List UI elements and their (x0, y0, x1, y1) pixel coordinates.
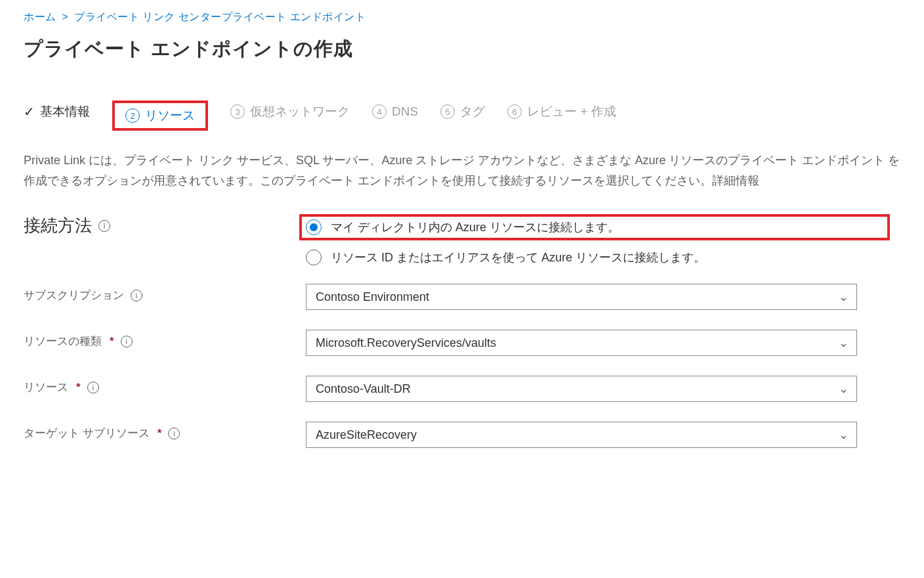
required-indicator: * (156, 427, 162, 440)
resource-label-text: リソース (24, 380, 68, 395)
tab-virtual-network-label: 仮想ネットワーク (250, 103, 350, 120)
select-target-subresource[interactable]: AzureSiteRecovery ⌄ (306, 422, 857, 448)
select-subscription-value: Contoso Environment (316, 290, 429, 304)
step-number-icon: 3 (230, 104, 245, 119)
form-area: 接続方法 i マイ ディレクトリ内の Azure リソースに接続します。 リソー… (24, 214, 890, 448)
step-number-icon: 2 (125, 108, 140, 123)
row-resource: リソース * i Contoso-Vault-DR ⌄ (24, 376, 890, 402)
subscription-label-text: サブスクリプション (24, 288, 124, 303)
info-icon[interactable]: i (98, 220, 110, 232)
radio-icon (306, 250, 322, 265)
connection-method-text: 接続方法 (24, 214, 92, 237)
check-icon: ✓ (24, 105, 35, 118)
row-connection-method: 接続方法 i マイ ディレクトリ内の Azure リソースに接続します。 リソー… (24, 214, 890, 265)
page-title: プライベート エンドポイントの作成 (24, 36, 900, 62)
step-number-icon: 4 (372, 104, 387, 119)
tab-virtual-network[interactable]: 3 仮想ネットワーク (230, 100, 350, 127)
label-subscription: サブスクリプション i (24, 284, 306, 303)
select-resource[interactable]: Contoso-Vault-DR ⌄ (306, 376, 857, 402)
target-subresource-label-text: ターゲット サブリソース (24, 426, 150, 441)
radio-group-connection: マイ ディレクトリ内の Azure リソースに接続します。 リソース ID また… (306, 214, 890, 265)
tab-review-create[interactable]: 6 レビュー + 作成 (507, 100, 616, 127)
chevron-down-icon: ⌄ (839, 382, 849, 396)
tab-description: Private Link には、プライベート リンク サービス、SQL サーバー… (24, 150, 900, 190)
tab-review-create-label: レビュー + 作成 (527, 103, 616, 120)
tab-dns[interactable]: 4 DNS (372, 102, 418, 125)
info-icon[interactable]: i (121, 336, 133, 347)
radio-connect-by-id[interactable]: リソース ID またはエイリアスを使って Azure リソースに接続します。 (306, 250, 890, 265)
tab-basics[interactable]: ✓ 基本情報 (24, 100, 90, 127)
tab-resource-label: リソース (145, 107, 195, 124)
select-resource-type-value: Microsoft.RecoveryServices/vaults (316, 336, 496, 350)
label-resource: リソース * i (24, 376, 306, 395)
breadcrumb-separator: > (59, 11, 71, 22)
breadcrumb-link[interactable]: プライベート リンク センタープライベート エンドポイント (74, 11, 366, 22)
tab-basics-label: 基本情報 (40, 103, 90, 120)
info-icon[interactable]: i (168, 428, 180, 439)
step-number-icon: 6 (507, 104, 522, 119)
label-target-subresource: ターゲット サブリソース * i (24, 422, 306, 441)
radio-icon (306, 219, 322, 235)
info-icon[interactable]: i (87, 382, 99, 393)
radio-connect-by-id-label: リソース ID またはエイリアスを使って Azure リソースに接続します。 (331, 250, 705, 265)
tab-tags[interactable]: 5 タグ (440, 100, 485, 127)
row-resource-type: リソースの種類 * i Microsoft.RecoveryServices/v… (24, 330, 890, 356)
tab-resource[interactable]: 2 リソース (112, 100, 208, 131)
row-target-subresource: ターゲット サブリソース * i AzureSiteRecovery ⌄ (24, 422, 890, 448)
row-subscription: サブスクリプション i Contoso Environment ⌄ (24, 284, 890, 310)
chevron-down-icon: ⌄ (839, 336, 849, 350)
required-indicator: * (75, 381, 81, 394)
breadcrumb-home[interactable]: ホーム (24, 11, 56, 22)
breadcrumb: ホーム > プライベート リンク センタープライベート エンドポイント (24, 11, 900, 24)
select-resource-value: Contoso-Vault-DR (316, 382, 411, 396)
label-resource-type: リソースの種類 * i (24, 330, 306, 349)
connection-method-input: マイ ディレクトリ内の Azure リソースに接続します。 リソース ID また… (306, 214, 890, 265)
select-resource-type[interactable]: Microsoft.RecoveryServices/vaults ⌄ (306, 330, 857, 356)
step-number-icon: 5 (440, 104, 455, 119)
radio-connect-in-directory-label: マイ ディレクトリ内の Azure リソースに接続します。 (331, 219, 620, 235)
tab-dns-label: DNS (392, 104, 418, 119)
select-target-subresource-value: AzureSiteRecovery (316, 428, 417, 442)
chevron-down-icon: ⌄ (839, 290, 849, 304)
required-indicator: * (108, 335, 114, 348)
radio-connect-in-directory[interactable]: マイ ディレクトリ内の Azure リソースに接続します。 (299, 214, 890, 240)
chevron-down-icon: ⌄ (839, 428, 849, 442)
info-icon[interactable]: i (131, 290, 142, 301)
select-subscription[interactable]: Contoso Environment ⌄ (306, 284, 857, 310)
wizard-tabs: ✓ 基本情報 2 リソース 3 仮想ネットワーク 4 DNS 5 タグ 6 レビ… (24, 100, 900, 127)
tab-tags-label: タグ (460, 103, 485, 120)
label-connection-method: 接続方法 i (24, 214, 306, 237)
resource-type-label-text: リソースの種類 (24, 334, 102, 349)
